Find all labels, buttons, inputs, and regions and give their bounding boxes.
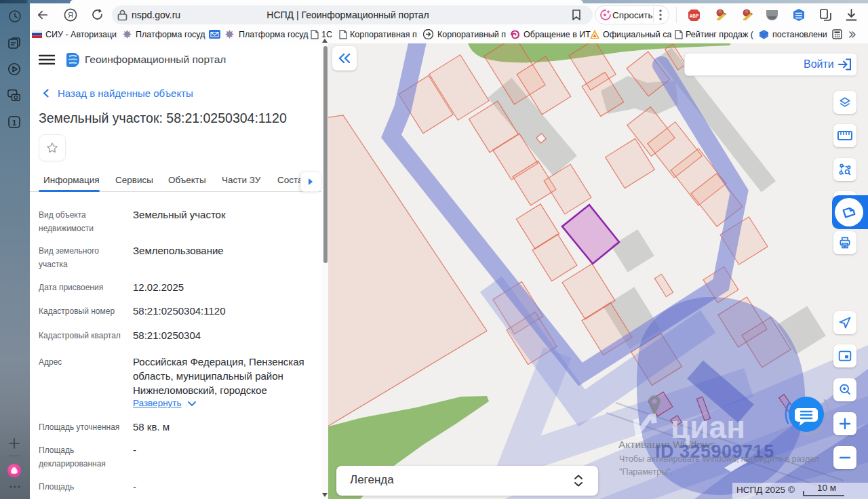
svg-text:Я: Я (68, 11, 73, 19)
svg-text:1: 1 (12, 119, 16, 127)
svg-text:ABP: ABP (690, 14, 699, 18)
